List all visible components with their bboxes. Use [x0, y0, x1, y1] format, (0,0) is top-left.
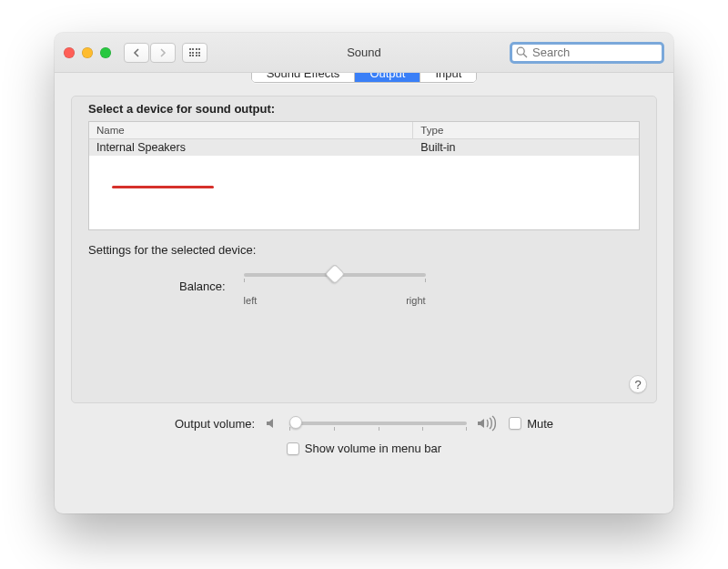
output-pane: Select a device for sound output: Name T…	[71, 96, 657, 403]
traffic-lights	[64, 47, 111, 58]
sound-pref-window: Sound Sound Effects Output Input Select …	[55, 33, 673, 513]
mute-checkbox[interactable]	[509, 417, 521, 430]
device-table: Name Type Internal Speakers Built-in	[88, 121, 640, 230]
titlebar: Sound	[55, 33, 673, 73]
slider-tick	[425, 279, 426, 282]
show-volume-menubar-checkbox[interactable]	[287, 442, 299, 455]
balance-left-label: left	[244, 295, 258, 306]
footer: Output volume: Mute	[55, 414, 673, 455]
svg-point-0	[517, 47, 524, 55]
search-input[interactable]	[531, 45, 658, 60]
speaker-high-icon	[476, 415, 500, 432]
device-row[interactable]: Internal Speakers Built-in	[89, 139, 639, 156]
device-name: Internal Speakers	[89, 139, 413, 156]
speaker-low-icon	[264, 415, 280, 432]
balance-right-label: right	[406, 295, 425, 306]
chevron-left-icon	[133, 48, 140, 57]
show-all-button[interactable]	[182, 43, 207, 63]
balance-knob[interactable]	[324, 264, 345, 285]
search-field[interactable]	[510, 42, 664, 64]
volume-track	[289, 422, 467, 425]
output-volume-label: Output volume:	[175, 417, 255, 431]
minimize-window-button[interactable]	[82, 47, 93, 58]
balance-slider[interactable]	[244, 266, 426, 293]
forward-button[interactable]	[150, 43, 176, 63]
col-name-header[interactable]: Name	[89, 122, 413, 138]
balance-label: Balance:	[179, 279, 226, 293]
close-window-button[interactable]	[64, 47, 75, 58]
selected-device-settings-label: Settings for the selected device:	[88, 243, 640, 257]
grid-icon	[189, 48, 201, 56]
search-icon	[516, 46, 528, 58]
volume-knob[interactable]	[289, 416, 302, 429]
volume-slider[interactable]	[289, 414, 467, 432]
balance-slider-labels: left right	[244, 295, 426, 306]
zoom-window-button[interactable]	[100, 47, 111, 58]
annotation-underline	[112, 186, 214, 188]
back-button[interactable]	[124, 43, 149, 63]
col-type-header[interactable]: Type	[413, 122, 639, 138]
chevron-right-icon	[159, 48, 167, 57]
help-button[interactable]: ?	[629, 375, 647, 393]
show-volume-menubar-label: Show volume in menu bar	[305, 442, 441, 455]
svg-line-1	[523, 54, 527, 57]
output-select-label: Select a device for sound output:	[88, 102, 640, 116]
slider-tick	[244, 279, 245, 282]
device-header: Name Type	[89, 122, 639, 139]
device-type: Built-in	[413, 139, 639, 156]
mute-label: Mute	[527, 417, 553, 431]
